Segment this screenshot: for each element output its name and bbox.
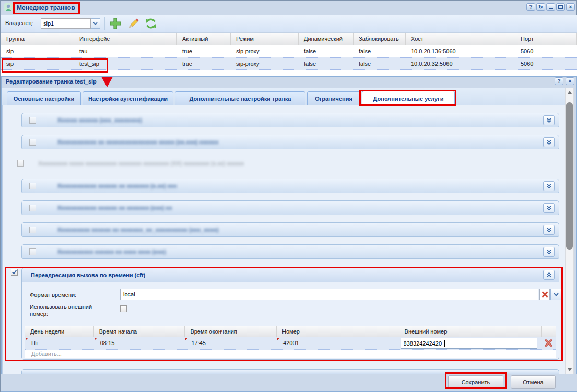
service-checkbox[interactable] xyxy=(29,227,36,233)
service-panel-collapsed[interactable]: Хххххх хххххх (ххх_хххххххх) xyxy=(21,113,559,127)
dialog-close-button[interactable]: × xyxy=(566,77,574,85)
service-panel-collapsed[interactable]: Хххххххххххх хххххх хх ххххххх (х.хх) хх… xyxy=(21,179,559,193)
scroll-down-button[interactable] xyxy=(566,366,573,373)
column-header-mode[interactable]: Режим xyxy=(231,33,299,45)
service-panel-collapsed[interactable]: Хххххххххххх хххххх хх ххххххх (ххх) хх xyxy=(21,200,559,215)
cell-number[interactable]: 42001 xyxy=(277,337,399,349)
refresh-list-button[interactable] xyxy=(144,16,158,31)
owner-combo-input[interactable] xyxy=(41,18,91,29)
expand-button[interactable] xyxy=(543,181,555,191)
cell-start-time[interactable]: 08:15 xyxy=(94,337,185,349)
service-checkbox[interactable] xyxy=(29,248,36,255)
service-checkbox[interactable] xyxy=(29,117,36,124)
scrollbar-thumb[interactable] xyxy=(566,102,573,250)
cell-host: 10.0.20.136:5060 xyxy=(406,45,515,57)
chevron-down-icon xyxy=(93,22,98,25)
red-x-icon xyxy=(541,291,549,298)
chevron-double-down-icon xyxy=(546,139,552,145)
service-checkbox[interactable] xyxy=(17,160,24,167)
service-row-plain[interactable]: Хххххххххх ххххх ххххххххххх хххххххх хх… xyxy=(1,156,564,171)
column-header-interface[interactable]: Интерфейс xyxy=(74,33,177,45)
cell-delete[interactable] xyxy=(542,337,556,349)
chevron-double-down-icon xyxy=(546,183,552,189)
service-panel-collapsed[interactable]: Хххххххххххх хх хххххххххххххххх ххххх (… xyxy=(21,135,559,149)
cell-host: 10.0.20.32:5060 xyxy=(406,58,515,69)
minimize-button[interactable] xyxy=(546,3,555,11)
table-row[interactable]: sip tau true sip-proxy false false 10.0.… xyxy=(1,45,577,57)
column-header-active[interactable]: Активный xyxy=(177,33,231,45)
tab-main-settings[interactable]: Основные настройки xyxy=(7,91,81,105)
column-header-block[interactable]: Заблокировать xyxy=(354,33,406,45)
owner-label: Владелец: xyxy=(5,20,33,26)
cell-interface: tau xyxy=(74,45,177,57)
external-number-editor[interactable] xyxy=(401,338,537,349)
chevron-double-down-icon xyxy=(546,227,552,233)
close-icon: × xyxy=(569,78,572,84)
cell-active: true xyxy=(177,45,231,57)
col-weekday[interactable]: День недели xyxy=(25,326,94,337)
chevron-double-down-icon xyxy=(546,117,552,123)
cell-end-time[interactable]: 17:45 xyxy=(185,337,277,349)
tab-extra-services[interactable]: Дополнительные услуги xyxy=(362,91,455,106)
use-external-checkbox[interactable] xyxy=(120,305,127,312)
col-external-number[interactable]: Внешний номер xyxy=(399,326,542,337)
add-trunk-button[interactable] xyxy=(108,16,123,31)
cell-external-number[interactable] xyxy=(399,337,542,349)
close-button[interactable]: × xyxy=(566,3,575,11)
service-label-redacted: Хххххх хххххх (ххх_хххххххх) xyxy=(57,117,142,123)
col-end-time[interactable]: Время окончания xyxy=(185,326,277,337)
service-label-redacted: Хххххххххх ххххх ххххххххххх хххххххх хх… xyxy=(38,160,244,167)
owner-combo-arrow[interactable] xyxy=(91,18,100,29)
scroll-up-button[interactable] xyxy=(566,89,573,96)
cell-weekday[interactable]: Пт xyxy=(25,337,94,349)
service-label-redacted: Ххххххххххх хххххх хх хххх хххх (ххх) xyxy=(57,248,166,255)
add-row-button[interactable]: Добавить... xyxy=(25,350,556,358)
chevron-double-down-icon xyxy=(546,249,552,255)
column-header-host[interactable]: Хост xyxy=(406,33,515,45)
service-checkbox[interactable] xyxy=(29,183,36,189)
expand-button[interactable] xyxy=(543,115,555,125)
tab-restrictions[interactable]: Ограничения xyxy=(307,91,360,105)
cell-mode: sip-proxy xyxy=(231,58,299,69)
main-toolbar: Владелец: xyxy=(1,15,577,33)
cancel-button[interactable]: Отмена xyxy=(511,375,556,389)
column-header-group[interactable]: Группа xyxy=(1,33,74,45)
dialog-help-button[interactable]: ? xyxy=(555,77,563,85)
tab-extra-trunk-settings[interactable]: Дополнительные настройки транка xyxy=(175,91,305,105)
tab-label: Дополнительные настройки транка xyxy=(190,96,291,102)
triangle-up-icon xyxy=(568,91,572,94)
cft-service-checkbox[interactable] xyxy=(11,269,18,276)
service-checkbox[interactable] xyxy=(29,205,36,211)
edit-trunk-button[interactable] xyxy=(126,16,141,31)
expand-button[interactable] xyxy=(543,137,555,147)
cell-port: 5060 xyxy=(515,58,577,69)
service-checkbox[interactable] xyxy=(29,139,36,146)
expand-button[interactable] xyxy=(543,247,555,257)
cft-table-row[interactable]: Пт 08:15 17:45 42001 xyxy=(25,337,556,350)
dialog-title: Редактирование транка test_sip xyxy=(6,78,97,85)
collapse-button[interactable] xyxy=(543,270,555,280)
service-panel-collapsed[interactable]: Ххххххххххх хххххх хх хххх хххх (ххх) xyxy=(21,244,559,259)
expand-button[interactable] xyxy=(543,203,555,213)
close-icon: × xyxy=(569,4,572,10)
service-panel-collapsed[interactable]: Хххххххххх хххххх хх ххххххх_хх_хххххххх… xyxy=(21,222,559,237)
column-header-dynamic[interactable]: Динамический xyxy=(299,33,354,45)
time-format-input[interactable] xyxy=(120,289,538,300)
column-header-port[interactable]: Порт xyxy=(515,33,577,45)
dropdown-arrow-button[interactable] xyxy=(550,289,561,300)
tab-auth-settings[interactable]: Настройки аутентификации xyxy=(83,91,173,105)
maximize-button[interactable] xyxy=(556,3,565,11)
cft-panel-header[interactable]: Переадресация вызова по времени (cft) xyxy=(22,268,559,282)
triangle-down-icon xyxy=(568,368,572,371)
refresh-window-button[interactable]: ↻ xyxy=(536,3,545,11)
help-button[interactable]: ? xyxy=(526,3,535,11)
col-start-time[interactable]: Время начала xyxy=(94,326,185,337)
cell-block: false xyxy=(354,58,406,69)
cell-group: sip xyxy=(1,58,74,69)
cell-dynamic: false xyxy=(299,45,354,57)
col-number[interactable]: Номер xyxy=(277,326,399,337)
clear-field-button[interactable] xyxy=(539,289,550,300)
table-row-selected[interactable]: sip test_sip true sip-proxy false false … xyxy=(1,57,577,70)
save-button[interactable]: Сохранить xyxy=(448,375,503,389)
expand-button[interactable] xyxy=(543,225,555,235)
